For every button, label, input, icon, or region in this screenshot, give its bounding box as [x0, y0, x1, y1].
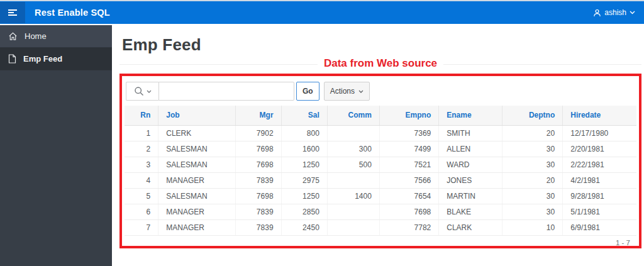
cell-job: MANAGER [158, 172, 236, 188]
cell-mgr: 7839 [236, 172, 281, 188]
cell-job: SALESMAN [158, 157, 236, 172]
column-header-deptno[interactable]: Deptno [502, 106, 563, 125]
column-header-mgr[interactable]: Mgr [236, 106, 281, 125]
table-row: 6MANAGER783928507698BLAKE305/1/1981 [125, 204, 636, 219]
cell-hiredate: 9/28/1981 [563, 188, 636, 204]
report-region: Go Actions RnJobMgrSalCommEmpnoEnameDept… [119, 74, 641, 248]
table-row: 1CLERK79028007369SMITH2012/17/1980 [125, 125, 636, 141]
cell-sal: 1600 [281, 141, 327, 157]
go-button[interactable]: Go [296, 82, 319, 101]
cell-hiredate: 4/2/1981 [563, 172, 636, 188]
column-header-sal[interactable]: Sal [281, 106, 327, 125]
cell-mgr: 7698 [236, 141, 281, 157]
hamburger-icon [8, 8, 18, 17]
cell-comm: 1400 [327, 188, 379, 204]
cell-hiredate: 2/20/1981 [563, 141, 636, 157]
cell-ename: BLAKE [439, 204, 502, 219]
person-icon [593, 9, 601, 17]
cell-job: SALESMAN [158, 188, 236, 204]
sidebar-navigation: Home Emp Feed [0, 25, 112, 266]
cell-comm [327, 204, 379, 219]
cell-sal: 2975 [281, 172, 327, 188]
cell-job: SALESMAN [158, 141, 236, 157]
cell-empno: 7566 [379, 172, 438, 188]
cell-comm [327, 219, 379, 235]
cell-ename: CLARK [439, 219, 502, 235]
cell-job: MANAGER [158, 219, 236, 235]
user-menu[interactable]: ashish [593, 8, 635, 17]
cell-deptno: 20 [502, 125, 563, 141]
cell-rn: 5 [125, 188, 158, 204]
cell-mgr: 7839 [236, 219, 281, 235]
cell-rn: 1 [125, 125, 158, 141]
sidebar-item-label: Home [25, 31, 47, 41]
report-table: RnJobMgrSalCommEmpnoEnameDeptnoHiredate … [125, 106, 636, 236]
cell-deptno: 30 [502, 188, 563, 204]
cell-hiredate: 2/22/1981 [563, 157, 636, 172]
cell-hiredate: 6/9/1981 [563, 219, 636, 235]
sidebar-item-home[interactable]: Home [0, 25, 112, 48]
chevron-down-icon [147, 90, 152, 93]
cell-rn: 7 [125, 219, 158, 235]
cell-sal: 2450 [281, 219, 327, 235]
sidebar-item-emp-feed[interactable]: Emp Feed [0, 48, 112, 70]
top-navigation-bar: Rest Enable SQL ashish [0, 0, 644, 24]
cell-comm: 500 [327, 157, 379, 172]
cell-sal: 2850 [281, 204, 327, 219]
annotation-row: Data from Web source [119, 56, 641, 74]
cell-empno: 7654 [379, 188, 438, 204]
cell-ename: SMITH [439, 125, 502, 141]
actions-menu-button[interactable]: Actions [324, 82, 370, 101]
column-header-rn[interactable]: Rn [125, 106, 158, 125]
main-content: Emp Feed Data from Web source [112, 25, 644, 266]
cell-rn: 4 [125, 172, 158, 188]
cell-job: CLERK [158, 125, 236, 141]
user-name: ashish [604, 8, 626, 17]
search-icon [134, 86, 144, 96]
search-column-select-button[interactable] [126, 82, 158, 101]
search-input[interactable] [158, 82, 294, 101]
cell-deptno: 10 [502, 219, 563, 235]
cell-hiredate: 12/17/1980 [563, 125, 636, 141]
cell-ename: MARTIN [439, 188, 502, 204]
home-icon [8, 31, 18, 41]
chevron-down-icon [630, 11, 635, 14]
report-toolbar: Go Actions [126, 82, 636, 101]
column-header-empno[interactable]: Empno [379, 106, 438, 125]
app-title: Rest Enable SQL [35, 8, 110, 18]
cell-comm: 300 [327, 141, 379, 157]
table-row: 5SALESMAN7698125014007654MARTIN309/28/19… [125, 188, 636, 204]
cell-sal: 800 [281, 125, 327, 141]
column-header-hiredate[interactable]: Hiredate [563, 106, 636, 125]
table-row: 4MANAGER783929757566JONES204/2/1981 [125, 172, 636, 188]
cell-ename: JONES [439, 172, 502, 188]
cell-rn: 2 [125, 141, 158, 157]
cell-sal: 1250 [281, 157, 327, 172]
table-row: 7MANAGER783924507782CLARK106/9/1981 [125, 219, 636, 235]
cell-deptno: 20 [502, 172, 563, 188]
cell-mgr: 7902 [236, 125, 281, 141]
cell-empno: 7369 [379, 125, 438, 141]
chevron-down-icon [358, 90, 364, 93]
cell-ename: WARD [439, 157, 502, 172]
annotation-text: Data from Web source [318, 57, 443, 70]
cell-deptno: 30 [502, 141, 563, 157]
app-window: Rest Enable SQL ashish [0, 0, 644, 266]
page-title: Emp Feed [112, 25, 644, 55]
document-icon [8, 54, 16, 64]
actions-label: Actions [330, 87, 355, 96]
column-header-comm[interactable]: Comm [327, 106, 379, 125]
table-header-row: RnJobMgrSalCommEmpnoEnameDeptnoHiredate [125, 106, 636, 125]
cell-empno: 7521 [379, 157, 438, 172]
cell-sal: 1250 [281, 188, 327, 204]
column-header-job[interactable]: Job [158, 106, 236, 125]
cell-comm [327, 172, 379, 188]
menu-toggle-button[interactable] [0, 2, 25, 23]
cell-mgr: 7839 [236, 204, 281, 219]
table-row: 3SALESMAN769812505007521WARD302/22/1981 [125, 157, 636, 172]
cell-comm [327, 125, 379, 141]
column-header-ename[interactable]: Ename [439, 106, 502, 125]
cell-rn: 3 [125, 157, 158, 172]
cell-mgr: 7698 [236, 157, 281, 172]
cell-job: MANAGER [158, 204, 236, 219]
